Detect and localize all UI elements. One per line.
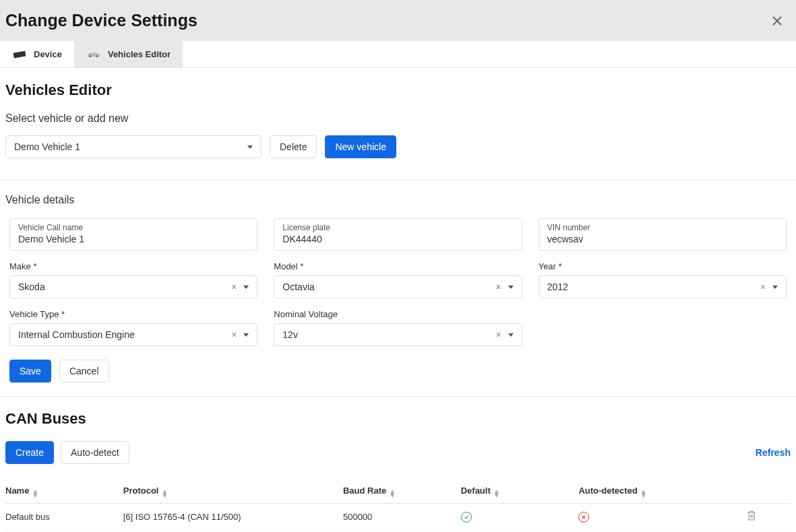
chevron-down-icon <box>508 286 514 289</box>
create-button[interactable]: Create <box>5 441 54 464</box>
table-row: Default bus [6] ISO 15765-4 (CAN 11/500)… <box>5 504 791 531</box>
svg-rect-0 <box>13 51 26 58</box>
field-value: vecwsav <box>547 234 778 244</box>
vehicle-type-select[interactable]: Internal Combustion Engine × <box>9 323 257 346</box>
cell-default <box>461 504 579 531</box>
vehicle-type-label: Vehicle Type * <box>9 309 257 319</box>
refresh-button[interactable]: Refresh <box>756 447 791 458</box>
combo-value: 12v <box>282 329 298 340</box>
chevron-down-icon <box>247 145 253 149</box>
vehicle-select[interactable]: Demo Vehicle 1 <box>5 135 262 158</box>
clear-icon[interactable]: × <box>231 282 237 292</box>
chevron-down-icon <box>772 286 778 289</box>
auto-detect-button[interactable]: Auto-detect <box>61 441 129 464</box>
delete-button[interactable]: Delete <box>270 135 317 158</box>
combo-value: Octavia <box>282 281 314 292</box>
field-label: VIN number <box>547 223 778 232</box>
year-select[interactable]: 2012 × <box>539 275 787 298</box>
vehicles-editor-section: Vehicles Editor Select vehicle or add ne… <box>0 68 796 180</box>
make-label: Make * <box>9 261 257 271</box>
vehicle-details-title: Vehicle details <box>5 194 791 206</box>
can-buses-section: CAN Buses Create Auto-detect Refresh Nam… <box>0 397 796 532</box>
col-name[interactable]: Name▲▼ <box>5 480 123 504</box>
clear-icon[interactable]: × <box>231 330 237 339</box>
cancel-button[interactable]: Cancel <box>59 360 109 383</box>
sort-icon: ▲▼ <box>161 490 168 498</box>
combo-value: Skoda <box>18 281 45 292</box>
vehicle-details-section: Vehicle details Vehicle Call name Demo V… <box>0 180 796 397</box>
field-value: DK44440 <box>282 234 513 244</box>
field-value: Demo Vehicle 1 <box>18 234 249 244</box>
field-label: Vehicle Call name <box>18 223 249 232</box>
license-plate-input[interactable]: License plate DK44440 <box>274 218 522 251</box>
clear-icon[interactable]: × <box>495 282 501 292</box>
modal-header: Change Device Settings <box>0 0 796 41</box>
sort-icon: ▲▼ <box>493 490 500 498</box>
nominal-voltage-select[interactable]: 12v × <box>274 323 522 346</box>
col-baud-rate[interactable]: Baud Rate▲▼ <box>343 480 461 504</box>
make-select[interactable]: Skoda × <box>9 275 257 298</box>
trash-icon[interactable] <box>747 513 756 523</box>
can-buses-table: Name▲▼ Protocol▲▼ Baud Rate▲▼ Default▲▼ … <box>5 480 791 531</box>
vehicle-call-name-input[interactable]: Vehicle Call name Demo Vehicle 1 <box>9 218 257 251</box>
cell-protocol: [6] ISO 15765-4 (CAN 11/500) <box>123 504 343 531</box>
chevron-down-icon <box>508 333 514 337</box>
select-vehicle-label: Select vehicle or add new <box>5 112 791 125</box>
combo-value: Internal Combustion Engine <box>18 329 135 340</box>
model-select[interactable]: Octavia × <box>274 275 522 298</box>
cell-baud-rate: 500000 <box>343 504 461 531</box>
check-circle-icon <box>461 512 472 523</box>
sort-icon: ▲▼ <box>640 490 647 498</box>
combo-value: 2012 <box>547 281 568 292</box>
cell-autodetected <box>578 504 712 531</box>
chevron-down-icon <box>243 286 249 289</box>
col-autodetected[interactable]: Auto-detected▲▼ <box>578 480 712 504</box>
clear-icon[interactable]: × <box>760 282 766 292</box>
tab-vehicles-editor[interactable]: Vehicles Editor <box>74 41 183 67</box>
field-label: License plate <box>282 223 513 232</box>
col-default[interactable]: Default▲▼ <box>461 480 579 504</box>
x-circle-icon <box>578 512 589 523</box>
cell-name: Default bus <box>5 504 123 531</box>
new-vehicle-button[interactable]: New vehicle <box>325 135 396 158</box>
svg-point-2 <box>96 55 98 57</box>
vehicle-select-value: Demo Vehicle 1 <box>14 141 80 152</box>
clear-icon[interactable]: × <box>495 330 501 339</box>
can-buses-title: CAN Buses <box>5 410 791 428</box>
col-protocol[interactable]: Protocol▲▼ <box>123 480 343 504</box>
close-icon[interactable] <box>772 15 783 26</box>
save-button[interactable]: Save <box>9 360 51 383</box>
car-icon <box>86 50 101 59</box>
tab-label: Vehicles Editor <box>108 49 171 59</box>
sort-icon: ▲▼ <box>32 490 38 498</box>
chevron-down-icon <box>243 333 249 337</box>
model-label: Model * <box>274 261 522 271</box>
tabs: Device Vehicles Editor <box>0 41 796 68</box>
tab-device[interactable]: Device <box>0 41 74 67</box>
tab-label: Device <box>34 49 62 59</box>
cell-actions <box>712 504 791 531</box>
nominal-voltage-label: Nominal Voltage <box>274 309 522 319</box>
section-title: Vehicles Editor <box>5 81 791 99</box>
year-label: Year * <box>539 261 787 271</box>
sort-icon: ▲▼ <box>389 490 396 498</box>
device-icon <box>12 50 27 59</box>
modal-title: Change Device Settings <box>5 11 197 30</box>
svg-point-1 <box>89 55 91 57</box>
vin-input[interactable]: VIN number vecwsav <box>539 218 787 251</box>
